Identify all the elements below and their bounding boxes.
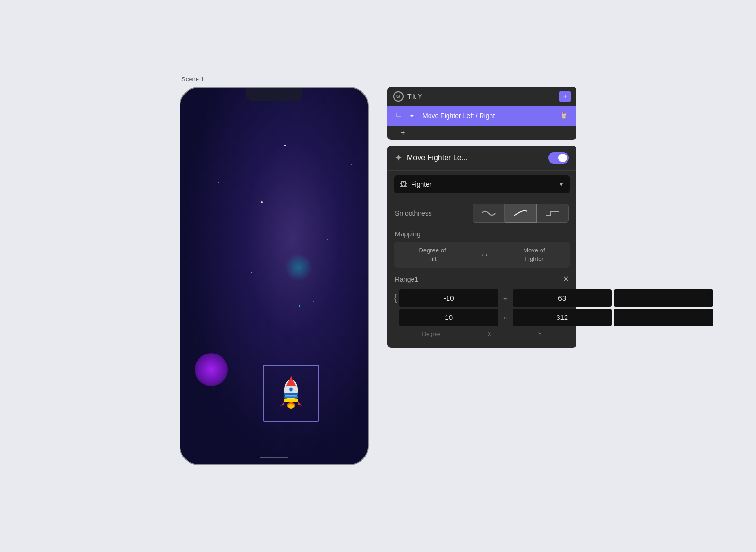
enable-toggle[interactable]	[548, 152, 569, 164]
move-icon: ✦	[409, 112, 415, 120]
toggle-track	[548, 152, 569, 164]
range-y-1-input[interactable]	[614, 289, 713, 307]
phone-frame	[180, 87, 369, 465]
phone-container: Scene 1	[180, 87, 369, 465]
smooth-sine-button[interactable]	[472, 204, 505, 223]
mapping-row: Degree ofTilt ↔ Move ofFighter	[394, 242, 570, 268]
range-x-2-input[interactable]	[513, 309, 612, 326]
star	[218, 182, 219, 183]
footer-degree-label: Degree	[422, 331, 440, 337]
cyan-glow	[284, 253, 313, 282]
smoothness-row: Smoothness	[387, 198, 576, 228]
star	[251, 272, 252, 273]
mapping-right-col: Move ofFighter	[523, 246, 545, 263]
mapping-left-col: Degree ofTilt	[419, 246, 446, 263]
bracket-open: {	[394, 293, 397, 303]
range-row-1: { ↔	[394, 289, 570, 307]
mapping-label: Mapping	[387, 228, 576, 242]
star	[313, 301, 314, 302]
move-fighter-icon: ✦	[395, 153, 402, 163]
svg-marker-5	[280, 401, 284, 406]
svg-point-10	[289, 388, 292, 391]
svg-rect-2	[284, 393, 298, 395]
svg-rect-3	[284, 396, 298, 398]
svg-rect-4	[284, 399, 298, 402]
range-row-2: { ↔	[394, 309, 570, 326]
range-degree-2-input[interactable]	[399, 309, 498, 326]
detail-header: ✦ Move Fighter Le...	[387, 146, 576, 171]
star	[351, 164, 352, 165]
star-cyan	[299, 305, 300, 307]
svg-point-8	[288, 404, 294, 409]
smooth-step-button[interactable]	[537, 204, 569, 223]
mapping-arrow-icon: ↔	[480, 250, 489, 260]
range-arrow-icon-1: ↔	[500, 294, 511, 302]
detail-panel: ✦ Move Fighter Le... 🖼 Fighter ▼ Smoothn…	[387, 146, 576, 348]
step-icon	[545, 208, 560, 218]
tilt-add-label[interactable]: +	[401, 129, 405, 137]
tilt-panel: ⚙ Tilt Y + ✦ Move Fighter Left / Right	[387, 87, 576, 140]
svg-rect-13	[562, 116, 566, 116]
fighter-image-icon: 🖼	[400, 180, 407, 189]
toggle-thumb	[558, 154, 567, 162]
tilt-y-label: Tilt Y	[407, 93, 422, 100]
tilt-header: ⚙ Tilt Y +	[387, 87, 576, 106]
scene-label: Scene 1	[181, 76, 204, 83]
range-y-2-input[interactable]	[614, 309, 713, 326]
phone-notch	[246, 88, 302, 101]
range-header: Range1 ✕	[387, 268, 576, 287]
range-close-button[interactable]: ✕	[563, 275, 569, 284]
tilt-row[interactable]: ✦ Move Fighter Left / Right	[387, 106, 576, 126]
fighter-dropdown-label: Fighter	[411, 181, 555, 188]
svg-point-17	[563, 114, 565, 115]
fighter-box	[263, 365, 319, 422]
tilt-row-rocket-icon	[558, 111, 569, 121]
tilt-row-indent	[395, 112, 404, 120]
smoothness-label: Smoothness	[395, 209, 432, 217]
svg-marker-15	[561, 118, 562, 120]
svg-marker-6	[298, 401, 302, 406]
tilt-header-left: ⚙ Tilt Y	[393, 91, 422, 102]
home-indicator	[260, 457, 288, 458]
range-label: Range1	[395, 276, 418, 283]
tilt-add-row: +	[387, 126, 576, 140]
right-panels: ⚙ Tilt Y + ✦ Move Fighter Left / Right	[387, 87, 576, 348]
range-x-1-input[interactable]	[513, 289, 612, 307]
fighter-dropdown[interactable]: 🖼 Fighter ▼	[394, 175, 570, 193]
phone-screen	[180, 88, 368, 464]
smooth-ease-button[interactable]	[505, 204, 537, 223]
ease-icon	[513, 208, 528, 218]
purple-blob	[195, 353, 228, 386]
degree-of-tilt-label: Degree ofTilt	[419, 247, 446, 262]
rocket-icon	[272, 374, 310, 412]
svg-rect-14	[562, 117, 566, 118]
star-yellow	[261, 201, 263, 203]
move-fighter-label: Move Fighter Left / Right	[422, 112, 554, 120]
tilt-y-icon: ⚙	[393, 91, 404, 102]
star	[284, 145, 286, 146]
smoothness-buttons	[472, 204, 569, 223]
move-of-fighter-label: Move ofFighter	[523, 247, 545, 262]
detail-title: Move Fighter Le...	[407, 154, 543, 162]
footer-x-label: X	[488, 331, 491, 337]
footer-y-label: Y	[538, 331, 542, 337]
branch-icon	[395, 112, 403, 120]
main-layout: Scene 1	[180, 87, 576, 465]
range-degree-1-input[interactable]	[399, 289, 498, 307]
tilt-add-button[interactable]: +	[559, 91, 571, 102]
star	[327, 239, 328, 240]
dropdown-arrow-icon: ▼	[558, 181, 564, 188]
range-footer: Degree X Y	[387, 328, 576, 340]
sine-icon	[481, 208, 496, 218]
range-arrow-icon-2: ↔	[500, 314, 511, 321]
svg-marker-16	[566, 118, 567, 120]
